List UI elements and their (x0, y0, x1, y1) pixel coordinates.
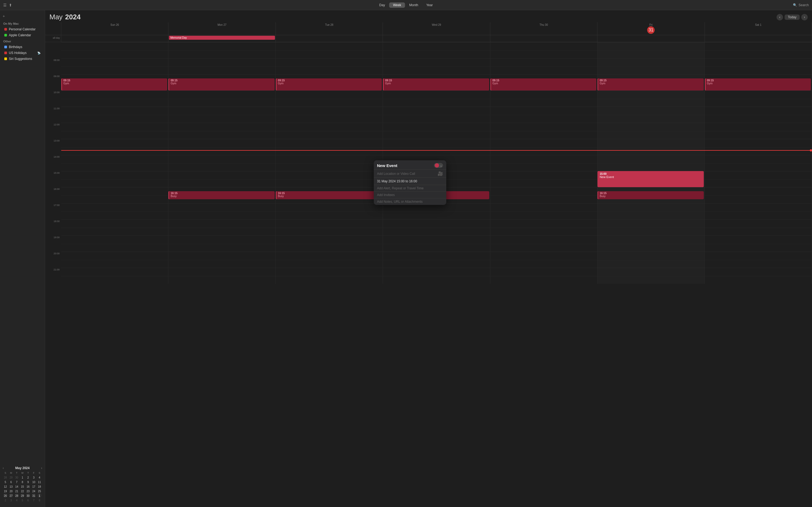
time-cell[interactable] (383, 123, 490, 139)
time-cell[interactable] (705, 187, 812, 203)
time-cell[interactable] (597, 74, 705, 91)
time-cell[interactable] (705, 74, 812, 91)
mini-cal-day[interactable]: 13 (9, 484, 13, 489)
mini-cal-day[interactable]: 7 (32, 498, 36, 502)
time-cell[interactable] (383, 139, 490, 155)
prev-week-btn[interactable]: ‹ (776, 14, 783, 20)
month-view-btn[interactable]: Month (405, 2, 422, 8)
day-view-btn[interactable]: Day (375, 2, 389, 8)
mini-cal-day[interactable]: 28 (3, 475, 7, 480)
time-cell[interactable] (276, 91, 383, 107)
mini-cal-day[interactable]: 17 (32, 484, 36, 489)
time-cell[interactable] (490, 203, 597, 219)
mini-cal-day[interactable]: 7 (14, 480, 19, 484)
allday-cell[interactable] (597, 35, 705, 42)
time-cell[interactable] (490, 268, 597, 284)
mini-cal-day[interactable]: 23 (26, 489, 31, 493)
time-cell[interactable] (276, 251, 383, 268)
time-cell[interactable] (383, 107, 490, 123)
time-cell[interactable] (490, 251, 597, 268)
mini-cal-day[interactable]: 11 (37, 480, 42, 484)
mini-cal-day[interactable]: 30 (14, 475, 19, 480)
time-cell[interactable] (168, 203, 276, 219)
time-cell[interactable] (276, 235, 383, 251)
time-cell[interactable] (168, 268, 276, 284)
time-cell[interactable] (61, 107, 168, 123)
time-cell[interactable] (490, 155, 597, 171)
mini-cal-day[interactable]: 4 (14, 498, 19, 502)
time-cell[interactable] (705, 139, 812, 155)
mini-cal-day[interactable]: 3 (9, 498, 13, 502)
time-cell[interactable] (276, 123, 383, 139)
time-cell[interactable] (383, 235, 490, 251)
sidebar-item-personal[interactable]: Personal Calendar (1, 26, 44, 32)
time-cell[interactable] (383, 203, 490, 219)
allday-cell[interactable] (276, 35, 383, 42)
mini-cal-day[interactable]: 6 (26, 498, 31, 502)
time-cell[interactable] (490, 187, 597, 203)
mini-cal-day[interactable]: 12 (3, 484, 7, 489)
time-cell[interactable] (61, 187, 168, 203)
time-cell[interactable] (383, 268, 490, 284)
popup-notes-row[interactable]: Add Notes, URL or Attachments (374, 198, 446, 205)
time-cell[interactable] (168, 219, 276, 235)
time-grid-scroll[interactable]: 08:0009:0010:0011:0012:0013:0014:0015:00… (45, 42, 812, 507)
time-cell[interactable] (276, 107, 383, 123)
time-cell[interactable] (597, 91, 705, 107)
time-cell[interactable] (705, 251, 812, 268)
mini-cal-day[interactable]: 2 (3, 498, 7, 502)
mini-cal-day[interactable]: 22 (20, 489, 24, 493)
mini-cal-day[interactable]: 4 (37, 475, 42, 480)
time-cell[interactable] (61, 123, 168, 139)
search-label[interactable]: Search (799, 3, 809, 7)
sidebar-item-apple[interactable]: Apple Calendar (1, 33, 44, 38)
mini-cal-day[interactable]: 15 (20, 484, 24, 489)
time-cell[interactable] (61, 155, 168, 171)
time-cell[interactable] (383, 251, 490, 268)
mini-cal-day[interactable]: 14 (14, 484, 19, 489)
popup-location-row[interactable]: Add Location or Video Call 🎥 (374, 169, 446, 177)
time-cell[interactable] (168, 251, 276, 268)
new-event-popup[interactable]: New Event ⌄ Add Location or Video Call 🎥… (374, 160, 446, 205)
mini-cal-day[interactable]: 3 (32, 475, 36, 480)
time-cell[interactable] (276, 155, 383, 171)
time-cell[interactable] (490, 91, 597, 107)
sidebar-item-us-holidays[interactable]: US Holidays 📡 (1, 50, 44, 56)
mini-cal-day[interactable]: 26 (3, 493, 7, 498)
time-cell[interactable] (383, 58, 490, 74)
time-cell[interactable] (168, 187, 276, 203)
mini-cal-next-btn[interactable]: › (41, 466, 42, 470)
time-cell[interactable] (276, 219, 383, 235)
time-cell[interactable] (597, 235, 705, 251)
mini-cal-day[interactable]: 2 (26, 475, 31, 480)
today-btn[interactable]: Today (785, 14, 800, 20)
time-cell[interactable] (276, 139, 383, 155)
time-cell[interactable] (490, 74, 597, 91)
mini-cal-day[interactable]: 27 (9, 493, 13, 498)
time-cell[interactable] (597, 58, 705, 74)
time-cell[interactable] (168, 107, 276, 123)
time-cell[interactable] (490, 235, 597, 251)
mini-cal-day[interactable]: 19 (3, 489, 7, 493)
time-cell[interactable] (705, 235, 812, 251)
mini-cal-day[interactable]: 25 (37, 489, 42, 493)
time-cell[interactable] (597, 219, 705, 235)
mini-cal-day[interactable]: 6 (9, 480, 13, 484)
add-calendar-btn[interactable]: + (3, 14, 5, 18)
time-cell[interactable] (597, 251, 705, 268)
sidebar-item-siri[interactable]: Siri Suggestions (1, 56, 44, 61)
time-cell[interactable] (61, 219, 168, 235)
mini-cal-day[interactable]: 16 (26, 484, 31, 489)
popup-alert-row[interactable]: Add Alert, Repeat or Travel Time (374, 185, 446, 191)
share-icon[interactable]: ⬆ (9, 3, 12, 7)
time-cell[interactable] (61, 235, 168, 251)
time-cell[interactable] (597, 203, 705, 219)
time-cell[interactable] (61, 58, 168, 74)
mini-cal-day[interactable]: 1 (20, 475, 24, 480)
time-cell[interactable] (705, 91, 812, 107)
mini-cal-day[interactable]: 8 (20, 480, 24, 484)
time-cell[interactable] (383, 91, 490, 107)
mini-cal-day[interactable]: 31 (32, 493, 36, 498)
time-cell[interactable] (705, 155, 812, 171)
mini-cal-day[interactable]: 24 (32, 489, 36, 493)
